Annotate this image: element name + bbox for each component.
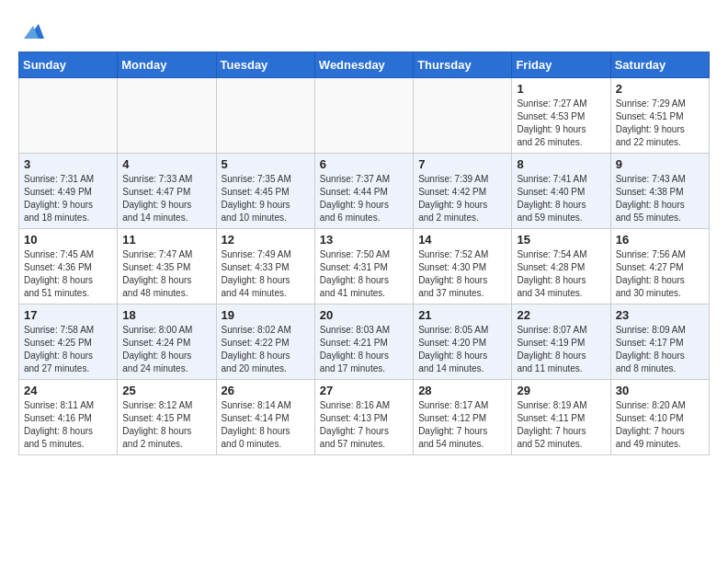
day-info: Sunrise: 8:11 AM Sunset: 4:16 PM Dayligh… xyxy=(24,399,112,451)
day-number: 4 xyxy=(122,157,210,171)
week-row-1: 1Sunrise: 7:27 AM Sunset: 4:53 PM Daylig… xyxy=(19,78,710,154)
day-number: 17 xyxy=(24,308,112,322)
day-info: Sunrise: 8:12 AM Sunset: 4:15 PM Dayligh… xyxy=(122,399,210,451)
calendar-cell: 9Sunrise: 7:43 AM Sunset: 4:38 PM Daylig… xyxy=(610,154,709,229)
day-number: 7 xyxy=(418,157,506,171)
day-info: Sunrise: 8:16 AM Sunset: 4:13 PM Dayligh… xyxy=(320,399,408,451)
calendar-cell: 11Sunrise: 7:47 AM Sunset: 4:35 PM Dayli… xyxy=(118,229,216,304)
calendar-cell: 3Sunrise: 7:31 AM Sunset: 4:49 PM Daylig… xyxy=(19,154,118,229)
day-number: 28 xyxy=(418,384,506,397)
page: SundayMondayTuesdayWednesdayThursdayFrid… xyxy=(0,0,728,465)
calendar-cell: 12Sunrise: 7:49 AM Sunset: 4:33 PM Dayli… xyxy=(216,229,314,304)
day-number: 14 xyxy=(418,233,506,247)
weekday-header-row: SundayMondayTuesdayWednesdayThursdayFrid… xyxy=(19,52,710,78)
day-number: 15 xyxy=(517,233,605,247)
day-info: Sunrise: 8:17 AM Sunset: 4:12 PM Dayligh… xyxy=(418,399,506,451)
day-info: Sunrise: 7:47 AM Sunset: 4:35 PM Dayligh… xyxy=(122,248,210,300)
calendar-cell: 14Sunrise: 7:52 AM Sunset: 4:30 PM Dayli… xyxy=(414,229,512,304)
calendar-cell: 1Sunrise: 7:27 AM Sunset: 4:53 PM Daylig… xyxy=(512,78,610,154)
day-number: 23 xyxy=(616,308,704,322)
day-number: 29 xyxy=(517,384,605,397)
day-info: Sunrise: 7:33 AM Sunset: 4:47 PM Dayligh… xyxy=(122,173,210,224)
day-number: 2 xyxy=(616,82,704,96)
day-number: 5 xyxy=(222,157,310,171)
week-row-2: 3Sunrise: 7:31 AM Sunset: 4:49 PM Daylig… xyxy=(19,154,710,229)
logo-icon xyxy=(20,17,46,42)
calendar-cell: 19Sunrise: 8:02 AM Sunset: 4:22 PM Dayli… xyxy=(216,304,314,380)
logo xyxy=(18,18,46,42)
header xyxy=(18,15,710,42)
weekday-header-wednesday: Wednesday xyxy=(314,52,413,78)
day-info: Sunrise: 7:54 AM Sunset: 4:28 PM Dayligh… xyxy=(517,248,605,300)
day-number: 26 xyxy=(222,384,310,397)
calendar-cell: 15Sunrise: 7:54 AM Sunset: 4:28 PM Dayli… xyxy=(512,229,610,304)
day-number: 6 xyxy=(320,157,408,171)
day-number: 1 xyxy=(517,82,605,96)
calendar-cell: 21Sunrise: 8:05 AM Sunset: 4:20 PM Dayli… xyxy=(414,304,512,380)
day-number: 30 xyxy=(616,384,704,397)
calendar-cell: 17Sunrise: 7:58 AM Sunset: 4:25 PM Dayli… xyxy=(19,304,118,380)
calendar-cell: 4Sunrise: 7:33 AM Sunset: 4:47 PM Daylig… xyxy=(118,154,216,229)
day-info: Sunrise: 7:27 AM Sunset: 4:53 PM Dayligh… xyxy=(517,98,605,149)
day-number: 19 xyxy=(222,308,310,322)
calendar-cell: 27Sunrise: 8:16 AM Sunset: 4:13 PM Dayli… xyxy=(314,380,413,455)
day-number: 11 xyxy=(122,233,210,247)
week-row-5: 24Sunrise: 8:11 AM Sunset: 4:16 PM Dayli… xyxy=(19,380,710,455)
day-info: Sunrise: 8:14 AM Sunset: 4:14 PM Dayligh… xyxy=(222,399,310,451)
day-number: 8 xyxy=(517,157,605,171)
day-info: Sunrise: 7:35 AM Sunset: 4:45 PM Dayligh… xyxy=(222,173,310,224)
calendar-cell xyxy=(414,78,512,154)
day-number: 12 xyxy=(222,233,310,247)
day-info: Sunrise: 8:09 AM Sunset: 4:17 PM Dayligh… xyxy=(616,324,704,375)
calendar-cell: 30Sunrise: 8:20 AM Sunset: 4:10 PM Dayli… xyxy=(610,380,709,455)
day-info: Sunrise: 7:58 AM Sunset: 4:25 PM Dayligh… xyxy=(24,324,112,375)
calendar-cell: 22Sunrise: 8:07 AM Sunset: 4:19 PM Dayli… xyxy=(512,304,610,380)
calendar-cell: 25Sunrise: 8:12 AM Sunset: 4:15 PM Dayli… xyxy=(118,380,216,455)
day-info: Sunrise: 7:50 AM Sunset: 4:31 PM Dayligh… xyxy=(320,248,408,300)
day-number: 25 xyxy=(122,384,210,397)
day-info: Sunrise: 8:19 AM Sunset: 4:11 PM Dayligh… xyxy=(517,399,605,451)
day-info: Sunrise: 7:49 AM Sunset: 4:33 PM Dayligh… xyxy=(222,248,310,300)
calendar-cell: 2Sunrise: 7:29 AM Sunset: 4:51 PM Daylig… xyxy=(610,78,709,154)
day-number: 24 xyxy=(24,384,112,397)
calendar-cell: 28Sunrise: 8:17 AM Sunset: 4:12 PM Dayli… xyxy=(414,380,512,455)
weekday-header-tuesday: Tuesday xyxy=(216,52,314,78)
calendar-cell: 13Sunrise: 7:50 AM Sunset: 4:31 PM Dayli… xyxy=(314,229,413,304)
day-info: Sunrise: 7:41 AM Sunset: 4:40 PM Dayligh… xyxy=(517,173,605,224)
calendar-table: SundayMondayTuesdayWednesdayThursdayFrid… xyxy=(18,52,710,455)
calendar-cell xyxy=(19,78,118,154)
day-number: 9 xyxy=(616,157,704,171)
day-number: 16 xyxy=(616,233,704,247)
day-info: Sunrise: 8:20 AM Sunset: 4:10 PM Dayligh… xyxy=(616,399,704,451)
day-info: Sunrise: 8:02 AM Sunset: 4:22 PM Dayligh… xyxy=(222,324,310,375)
calendar-cell: 24Sunrise: 8:11 AM Sunset: 4:16 PM Dayli… xyxy=(19,380,118,455)
day-info: Sunrise: 8:05 AM Sunset: 4:20 PM Dayligh… xyxy=(418,324,506,375)
weekday-header-sunday: Sunday xyxy=(19,52,118,78)
day-info: Sunrise: 7:37 AM Sunset: 4:44 PM Dayligh… xyxy=(320,173,408,224)
day-number: 27 xyxy=(320,384,408,397)
week-row-4: 17Sunrise: 7:58 AM Sunset: 4:25 PM Dayli… xyxy=(19,304,710,380)
calendar-cell: 29Sunrise: 8:19 AM Sunset: 4:11 PM Dayli… xyxy=(512,380,610,455)
calendar-cell: 5Sunrise: 7:35 AM Sunset: 4:45 PM Daylig… xyxy=(216,154,314,229)
day-info: Sunrise: 7:56 AM Sunset: 4:27 PM Dayligh… xyxy=(616,248,704,300)
day-info: Sunrise: 7:45 AM Sunset: 4:36 PM Dayligh… xyxy=(24,248,112,300)
calendar-cell: 10Sunrise: 7:45 AM Sunset: 4:36 PM Dayli… xyxy=(19,229,118,304)
day-info: Sunrise: 8:03 AM Sunset: 4:21 PM Dayligh… xyxy=(320,324,408,375)
day-number: 22 xyxy=(517,308,605,322)
day-number: 10 xyxy=(24,233,112,247)
day-info: Sunrise: 8:00 AM Sunset: 4:24 PM Dayligh… xyxy=(122,324,210,375)
weekday-header-saturday: Saturday xyxy=(610,52,709,78)
day-info: Sunrise: 7:39 AM Sunset: 4:42 PM Dayligh… xyxy=(418,173,506,224)
day-info: Sunrise: 7:52 AM Sunset: 4:30 PM Dayligh… xyxy=(418,248,506,300)
calendar-cell: 8Sunrise: 7:41 AM Sunset: 4:40 PM Daylig… xyxy=(512,154,610,229)
calendar-cell: 20Sunrise: 8:03 AM Sunset: 4:21 PM Dayli… xyxy=(314,304,413,380)
calendar-cell: 16Sunrise: 7:56 AM Sunset: 4:27 PM Dayli… xyxy=(610,229,709,304)
calendar-cell xyxy=(216,78,314,154)
weekday-header-monday: Monday xyxy=(118,52,216,78)
calendar-cell: 23Sunrise: 8:09 AM Sunset: 4:17 PM Dayli… xyxy=(610,304,709,380)
weekday-header-friday: Friday xyxy=(512,52,610,78)
day-number: 18 xyxy=(122,308,210,322)
day-number: 3 xyxy=(24,157,112,171)
day-info: Sunrise: 7:43 AM Sunset: 4:38 PM Dayligh… xyxy=(616,173,704,224)
weekday-header-thursday: Thursday xyxy=(414,52,512,78)
